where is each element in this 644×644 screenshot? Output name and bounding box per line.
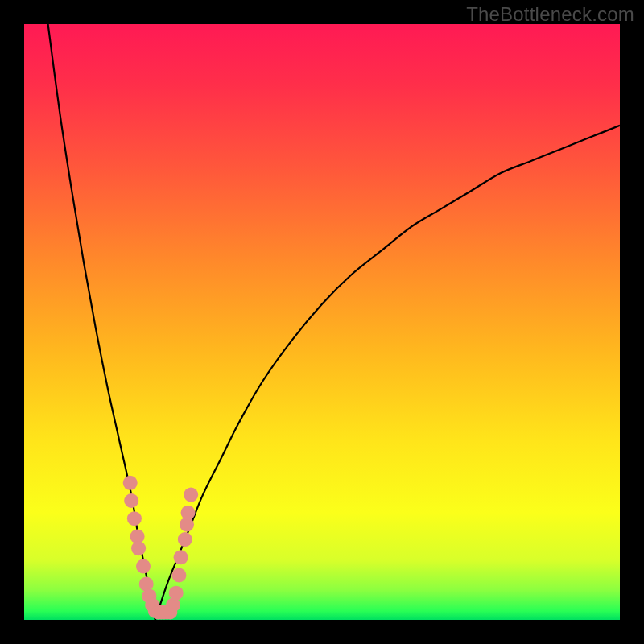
marker-dot: [178, 532, 192, 547]
marker-group: [123, 476, 198, 620]
chart-frame: TheBottleneck.com: [0, 0, 644, 644]
marker-dot: [171, 568, 186, 583]
watermark-text: TheBottleneck.com: [466, 3, 634, 26]
marker-dot: [136, 559, 151, 573]
curve-right-branch: [155, 126, 620, 620]
bottleneck-curve: [24, 24, 620, 620]
marker-dot: [124, 493, 138, 508]
marker-dot: [131, 541, 146, 555]
marker-dot: [127, 511, 142, 526]
marker-dot: [123, 476, 138, 490]
marker-dot: [181, 506, 196, 520]
plot-area: [24, 24, 620, 620]
marker-dot: [169, 586, 184, 601]
marker-dot: [174, 550, 188, 564]
marker-dot: [184, 488, 198, 502]
